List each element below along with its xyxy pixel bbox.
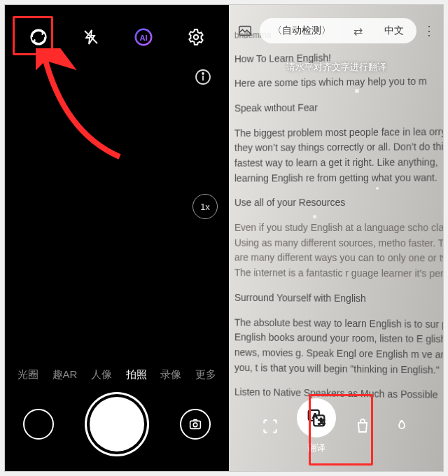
bottom-tools: A 文 翻译 [229, 398, 443, 454]
mode-video[interactable]: 录像 [160, 368, 181, 382]
camera-app: AI 1x [5, 5, 229, 471]
calorie-icon[interactable] [389, 414, 414, 439]
translate-button[interactable]: A 文 翻译 [297, 398, 336, 454]
mode-strip[interactable]: 光圈 趣AR 人像 拍照 录像 更多 [5, 368, 229, 382]
lang-from: 〈自动检测〉 [272, 24, 331, 37]
ai-icon[interactable]: AI [130, 23, 158, 51]
settings-icon[interactable] [182, 23, 210, 51]
svg-text:A: A [313, 412, 317, 419]
doc-line: Even if you study English at a language … [234, 220, 443, 282]
svg-point-7 [202, 73, 204, 74]
doc-line: Speak without Fear [234, 99, 443, 116]
doc-line: Use all of your Resources [234, 195, 443, 211]
alignment-hint: 请水平对齐文字进行翻译 [229, 61, 443, 74]
gallery-icon[interactable] [234, 20, 255, 41]
swap-icon[interactable]: ⇄ [354, 24, 363, 38]
switch-camera-button[interactable] [180, 409, 211, 440]
svg-point-4 [193, 35, 198, 40]
language-pill[interactable]: 〈自动检测〉 ⇄ 中文 [260, 18, 416, 43]
svg-text:AI: AI [139, 34, 147, 42]
flash-icon[interactable] [77, 23, 105, 51]
document-text: bndemma How To Learn English! Here are s… [234, 25, 443, 413]
shutter-button[interactable] [90, 397, 144, 451]
zoom-indicator[interactable]: 1x [192, 194, 218, 219]
speck [257, 271, 259, 273]
doc-line: Here are some tips which may help you to… [234, 74, 443, 92]
doc-line: The absolute best way to learn English i… [234, 315, 443, 378]
info-row [191, 65, 215, 89]
mode-ar[interactable]: 趣AR [52, 368, 78, 382]
speck [376, 187, 379, 190]
mode-more[interactable]: 更多 [195, 368, 216, 382]
shutter-controls [5, 397, 229, 451]
mode-photo[interactable]: 拍照 [126, 368, 147, 382]
svg-rect-8 [190, 421, 201, 428]
mode-aperture[interactable]: 光圈 [18, 368, 38, 382]
highlight-box-lens [13, 16, 53, 55]
info-icon[interactable] [191, 65, 215, 89]
doc-line: Surround Yourself with English [234, 290, 443, 307]
svg-point-9 [194, 423, 198, 427]
zoom-label: 1x [200, 202, 210, 212]
doc-line: The biggest problem most people face in … [234, 124, 443, 186]
scan-frame-icon[interactable] [258, 414, 283, 439]
speck [313, 215, 316, 218]
translate-app: bndemma How To Learn English! Here are s… [229, 5, 443, 471]
gallery-thumbnail[interactable] [23, 409, 54, 440]
mode-portrait[interactable]: 人像 [91, 368, 112, 382]
speck [355, 89, 359, 93]
svg-text:文: 文 [318, 418, 325, 425]
annotation-arrow [36, 48, 134, 160]
more-icon[interactable]: ⋮ [421, 23, 438, 38]
language-bar: 〈自动检测〉 ⇄ 中文 ⋮ [234, 15, 438, 47]
lang-to: 中文 [384, 24, 404, 37]
translate-label: 翻译 [307, 442, 326, 454]
shopping-icon[interactable] [350, 414, 375, 439]
translate-icon: A 文 [297, 398, 336, 438]
speck [271, 103, 274, 106]
